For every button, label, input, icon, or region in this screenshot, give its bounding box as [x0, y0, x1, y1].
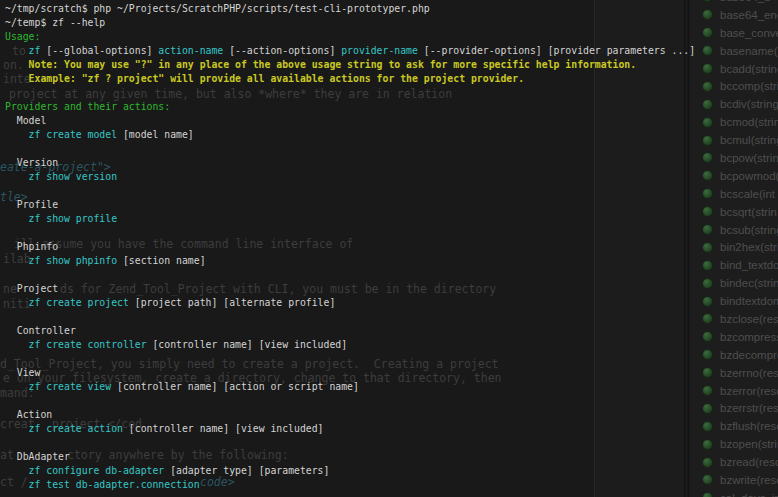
function-list-item[interactable]: bzerrno(reso: [690, 364, 778, 382]
function-list-item[interactable]: bcscale(int $: [690, 185, 778, 203]
function-list-item-label: bcadd(string: [720, 63, 778, 75]
editor-faded-text: on.: [3, 58, 24, 73]
function-bullet-icon: [702, 117, 713, 128]
function-list-item-label: bcsqrt(strin: [720, 206, 777, 218]
function-bullet-icon: [702, 188, 713, 199]
function-bullet-icon: [702, 457, 713, 468]
function-list-item-label: bccomp(stri: [720, 80, 778, 92]
function-bullet-icon: [702, 152, 713, 163]
editor-right-strip: [595, 0, 684, 497]
function-list-item[interactable]: bzclose(reso: [690, 310, 778, 328]
function-bullet-icon: [702, 0, 713, 2]
function-list-item[interactable]: bcmul(string: [690, 131, 778, 149]
editor-faded-text: inte: [3, 72, 31, 87]
function-list-item-label: base64_d: [720, 0, 771, 3]
function-list-item[interactable]: bzerrstr(res: [690, 399, 778, 417]
function-list-item[interactable]: bzwrite(reso: [690, 471, 778, 489]
function-list-item[interactable]: bcadd(string: [690, 60, 778, 78]
screen: toon.inteproject at any given time, but …: [0, 0, 778, 497]
function-list-item[interactable]: bzdecompre: [690, 346, 778, 364]
function-list-item-label: bcmul(string: [720, 134, 778, 146]
function-list-item[interactable]: bzerror(reso: [690, 382, 778, 400]
function-bullet-icon: [702, 367, 713, 378]
function-bullet-icon: [702, 439, 713, 450]
function-list-item[interactable]: bcpow(strin: [690, 149, 778, 167]
function-list-item[interactable]: bzopen(strin: [690, 435, 778, 453]
function-list-item[interactable]: basename(st: [690, 42, 778, 60]
editor-faded-text: project </cod: [52, 417, 142, 432]
editor-faded-text: e on your filesystem, create a directory…: [3, 371, 502, 386]
function-list-item[interactable]: bzread(reso: [690, 453, 778, 471]
function-bullet-icon: [702, 45, 713, 56]
function-list-item[interactable]: bzcompress: [690, 328, 778, 346]
function-list-item[interactable]: base_conver: [690, 24, 778, 42]
function-list-item[interactable]: cal_days_in: [690, 489, 778, 497]
editor-faded-text: to: [12, 44, 26, 59]
function-bullet-icon: [702, 81, 713, 92]
function-list-item-label: cal_days_in: [720, 492, 778, 497]
function-bullet-icon: [702, 403, 713, 414]
function-list-item[interactable]: bcsub(string: [690, 221, 778, 239]
function-bullet-icon: [702, 421, 713, 432]
function-bullet-icon: [702, 99, 713, 110]
function-list-item-label: bzerror(reso: [720, 385, 778, 397]
editor-faded-text: project at any given time, but also *whe…: [9, 87, 452, 102]
function-list-item-label: bzwrite(reso: [720, 474, 778, 486]
editor-faded-text: ct /: [0, 475, 28, 490]
function-bullet-icon: [702, 63, 713, 74]
function-list-item-label: basename(st: [720, 45, 778, 57]
function-bullet-icon: [702, 224, 713, 235]
function-list-item-label: bzflush(reso: [720, 420, 778, 432]
function-bullet-icon: [702, 385, 713, 396]
function-list-item-label: bzopen(strin: [720, 438, 778, 450]
editor-faded-text: eate-a-project">: [0, 160, 111, 175]
function-list-item-label: base_conver: [720, 27, 778, 39]
function-bullet-icon: [702, 313, 713, 324]
function-list-item[interactable]: bin2hex(stri: [690, 238, 778, 256]
function-list-item[interactable]: bind_textdo: [690, 256, 778, 274]
function-list-item[interactable]: bzflush(reso: [690, 417, 778, 435]
function-bullet-icon: [702, 27, 713, 38]
function-list-item[interactable]: bcpowmod(s: [690, 167, 778, 185]
editor-faded-text: ilab: [3, 252, 31, 267]
function-bullet-icon: [702, 260, 713, 271]
function-list-item-label: bindtextdom: [720, 295, 778, 307]
function-list-item-label: base64_enc: [720, 9, 778, 21]
editor-faded-text: at: [0, 448, 14, 463]
function-list-item-label: bindec(strin: [720, 277, 778, 289]
editor-faded-text: niti: [3, 297, 31, 312]
function-bullet-icon: [702, 242, 713, 253]
function-list-item-label: bzerrstr(res: [720, 402, 778, 414]
function-list-item[interactable]: bindtextdom: [690, 292, 778, 310]
function-list-item-label: bzread(reso: [720, 456, 778, 468]
editor-faded-text: d_Tool_Project, you simply need to creat…: [0, 357, 499, 372]
function-list-item-label: bcpow(strin: [720, 152, 778, 164]
panel-gutter-line-1: [684, 0, 685, 497]
editor-faded-text: mand:: [0, 386, 35, 401]
editor-faded-text: creat: [0, 417, 35, 432]
function-list-item-label: bcsub(string: [720, 224, 778, 236]
function-bullet-icon: [702, 170, 713, 181]
function-list-item-label: bcmod(strin: [720, 116, 778, 128]
function-list-item[interactable]: base64_enc: [690, 6, 778, 24]
panel-gutter-line-2: [688, 0, 689, 497]
editor-faded-text: ill assume you have the command line int…: [14, 237, 353, 252]
function-list-item[interactable]: bcmod(strin: [690, 113, 778, 131]
function-list-item[interactable]: bcdiv(string: [690, 95, 778, 113]
function-bullet-icon: [702, 474, 713, 485]
function-list-item-label: bin2hex(stri: [720, 241, 778, 253]
function-list-item-label: bzerrno(reso: [720, 367, 778, 379]
function-list-item[interactable]: bindec(strin: [690, 274, 778, 292]
function-bullet-icon: [702, 331, 713, 342]
editor-faded-text: tle>: [0, 190, 28, 205]
function-list-item[interactable]: bccomp(stri: [690, 77, 778, 95]
function-list-item-label: bcpowmod(s: [720, 170, 778, 182]
function-list-item-label: bzdecompre: [720, 349, 778, 361]
function-bullet-icon: [702, 135, 713, 146]
function-list-item-label: bzclose(reso: [720, 313, 778, 325]
function-list-item[interactable]: bcsqrt(strin: [690, 203, 778, 221]
function-bullet-icon: [702, 278, 713, 289]
function-bullet-icon: [702, 206, 713, 217]
editor-faded-text: code>: [200, 475, 235, 490]
function-list-item-label: bind_textdo: [720, 259, 778, 271]
